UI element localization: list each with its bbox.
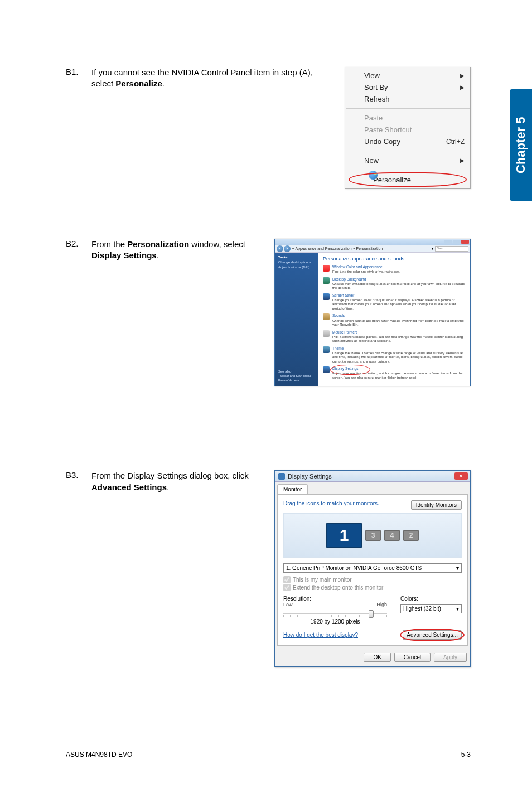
close-button[interactable]: ✕ xyxy=(454,472,468,480)
ctx-new[interactable]: New▶ xyxy=(345,154,470,166)
ctx-refresh[interactable]: Refresh xyxy=(345,93,470,105)
side-change-desktop-icons[interactable]: Change desktop icons xyxy=(278,260,315,264)
ctx-view[interactable]: View▶ xyxy=(345,70,470,81)
chk-main-monitor: This is my main monitor xyxy=(283,576,462,583)
screen-saver-icon xyxy=(323,293,330,300)
slider-thumb[interactable] xyxy=(369,610,374,618)
divider xyxy=(346,170,470,170)
page-footer: ASUS M4N98TD EVO 5-3 xyxy=(66,748,471,758)
resolution-label: Resolution: xyxy=(283,596,387,602)
resolution-slider[interactable] xyxy=(283,610,387,617)
display-settings-dialog: Display Settings ✕ Monitor Identify Moni… xyxy=(274,470,471,667)
side-ease-of-access[interactable]: Ease of Access xyxy=(278,379,315,382)
link-sounds[interactable]: SoundsChange which sounds are heard when… xyxy=(323,313,466,327)
mouse-pointers-icon xyxy=(323,330,330,337)
minimize-button[interactable] xyxy=(444,240,452,244)
step-b1: B1. If you cannot see the NVIDIA Control… xyxy=(66,67,471,189)
search-input[interactable]: Search xyxy=(435,246,468,252)
step-b3-num: B3. xyxy=(66,470,91,480)
monitor-4[interactable]: 4 xyxy=(384,530,400,541)
side-taskbar-start[interactable]: Taskbar and Start Menu xyxy=(278,374,315,378)
display-settings-title-icon xyxy=(278,473,285,480)
cancel-button[interactable]: Cancel xyxy=(394,653,431,662)
window-title-bar xyxy=(275,239,470,245)
ctx-paste-shortcut: Paste Shortcut xyxy=(345,124,470,136)
ctx-personalize[interactable]: Personalize xyxy=(345,173,470,186)
identify-monitors-button[interactable]: Identify Monitors xyxy=(411,500,462,510)
link-desktop-background[interactable]: Desktop BackgroundChoose from available … xyxy=(323,277,466,291)
side-adjust-font-size[interactable]: Adjust font size (DPI) xyxy=(278,265,315,269)
personalization-heading: Personalize appearance and sounds xyxy=(323,256,466,262)
step-b2-text: From the Personalization window, select … xyxy=(91,239,274,262)
back-button[interactable]: ‹ xyxy=(277,245,283,252)
chapter-tab: Chapter 5 xyxy=(510,89,532,201)
window-color-icon xyxy=(323,265,330,272)
monitor-3[interactable]: 3 xyxy=(365,530,381,541)
divider xyxy=(346,108,470,109)
resolution-value: 1920 by 1200 pixels xyxy=(283,619,387,625)
sounds-icon xyxy=(323,313,330,320)
dialog-title: Display Settings xyxy=(288,473,332,480)
chevron-down-icon: ▾ xyxy=(456,565,459,571)
chk-extend-desktop: Extend the desktop onto this monitor xyxy=(283,584,462,591)
close-button[interactable] xyxy=(461,240,469,244)
help-link[interactable]: How do I get the best display? xyxy=(283,632,358,638)
dialog-title-bar: Display Settings ✕ xyxy=(275,471,470,482)
see-also-label: See also xyxy=(278,370,315,373)
display-settings-icon xyxy=(323,366,330,373)
footer-page-number: 5-3 xyxy=(461,751,471,758)
step-b2: B2. From the Personalization window, sel… xyxy=(66,239,471,386)
theme-icon xyxy=(323,346,330,353)
desktop-background-icon xyxy=(323,277,330,284)
apply-button: Apply xyxy=(434,653,467,662)
monitor-2[interactable]: 2 xyxy=(403,530,419,541)
tab-monitor[interactable]: Monitor xyxy=(277,484,308,494)
chevron-down-icon: ▾ xyxy=(456,606,459,612)
link-window-color[interactable]: Window Color and AppearanceFine tune the… xyxy=(323,265,466,274)
link-display-settings[interactable]: Display SettingsAdjust your monitor reso… xyxy=(323,366,466,380)
link-theme[interactable]: ThemeChange the theme. Themes can change… xyxy=(323,346,466,364)
step-b1-num: B1. xyxy=(66,67,91,76)
shortcut-text: Ctrl+Z xyxy=(446,138,465,146)
personalize-icon xyxy=(369,171,378,180)
advanced-settings-button[interactable]: Advanced Settings... xyxy=(403,630,462,640)
tasks-label: Tasks xyxy=(278,255,315,259)
footer-product: ASUS M4N98TD EVO xyxy=(66,751,132,758)
monitor-layout-area[interactable]: 1 3 4 2 xyxy=(283,513,462,558)
ctx-undo-copy[interactable]: Undo CopyCtrl+Z xyxy=(345,136,470,147)
breadcrumb[interactable]: « Appearance and Personalization » Perso… xyxy=(292,247,430,250)
personalization-window: ‹ › « Appearance and Personalization » P… xyxy=(274,239,471,386)
tasks-sidebar: Tasks Change desktop icons Adjust font s… xyxy=(275,253,318,386)
step-b2-num: B2. xyxy=(66,239,91,248)
link-screen-saver[interactable]: Screen SaverChange your screen saver or … xyxy=(323,293,466,311)
colors-select[interactable]: Highest (32 bit)▾ xyxy=(400,604,462,613)
ok-button[interactable]: OK xyxy=(364,653,390,662)
ctx-sort-by[interactable]: Sort By▶ xyxy=(345,81,470,93)
submenu-arrow-icon: ▶ xyxy=(460,73,465,79)
step-b3: B3. From the Display Settings dialog box… xyxy=(66,470,471,667)
monitor-select[interactable]: 1. Generic PnP Monitor on NVIDIA GeForce… xyxy=(283,563,462,573)
colors-label: Colors: xyxy=(400,596,462,602)
ctx-paste: Paste xyxy=(345,112,470,124)
submenu-arrow-icon: ▶ xyxy=(460,157,465,163)
link-mouse-pointers[interactable]: Mouse PointersPick a different mouse poi… xyxy=(323,330,466,344)
step-b3-text: From the Display Settings dialog box, cl… xyxy=(91,470,274,493)
monitor-1[interactable]: 1 xyxy=(326,523,362,548)
submenu-arrow-icon: ▶ xyxy=(460,84,465,90)
forward-button[interactable]: › xyxy=(284,245,291,252)
step-b1-text: If you cannot see the NVIDIA Control Pan… xyxy=(91,67,345,90)
maximize-button[interactable] xyxy=(453,240,461,244)
divider xyxy=(346,151,470,151)
desktop-context-menu: View▶ Sort By▶ Refresh Paste Paste Short… xyxy=(345,67,471,189)
